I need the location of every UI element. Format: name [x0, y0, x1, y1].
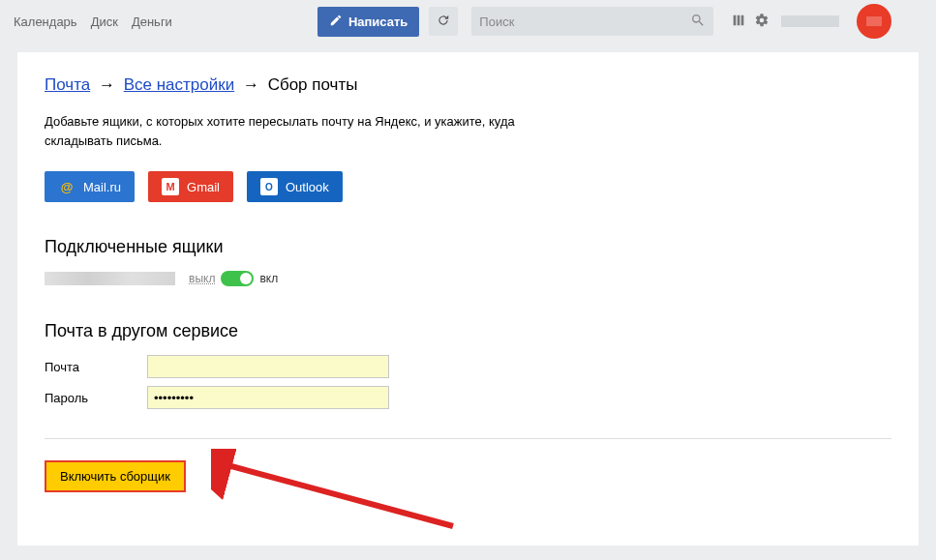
username-placeholder: [781, 15, 839, 27]
main-panel: Почта → Все настройки → Сбор почты Добав…: [17, 52, 919, 545]
outlook-icon: O: [260, 178, 278, 195]
compose-icon: [329, 14, 343, 30]
compose-label: Написать: [348, 15, 408, 29]
top-links: Календарь Диск Деньги: [14, 15, 172, 29]
avatar-icon: [866, 16, 882, 26]
toggle-group: выкл вкл: [189, 271, 278, 286]
email-field[interactable]: [147, 355, 389, 378]
enable-collector-button[interactable]: Включить сборщик: [45, 460, 186, 492]
toggle-off-label[interactable]: выкл: [189, 272, 215, 285]
toggle-on-label[interactable]: вкл: [259, 272, 278, 285]
nav-disk[interactable]: Диск: [91, 15, 118, 29]
at-icon: @: [58, 178, 75, 195]
provider-gmail-label: Gmail: [187, 180, 220, 194]
compose-button[interactable]: Написать: [317, 7, 419, 37]
themes-icon[interactable]: [731, 13, 746, 31]
nav-calendar[interactable]: Календарь: [14, 15, 77, 29]
provider-mailru-label: Mail.ru: [83, 180, 121, 194]
password-label: Пароль: [45, 391, 147, 405]
breadcrumb-mail[interactable]: Почта: [45, 75, 90, 94]
provider-outlook-label: Outlook: [286, 180, 329, 194]
arrow-icon: →: [243, 75, 259, 94]
email-label: Почта: [45, 360, 147, 374]
search-box[interactable]: [471, 7, 713, 36]
search-input[interactable]: [479, 15, 690, 29]
password-field[interactable]: [147, 386, 389, 409]
refresh-icon: [437, 14, 450, 30]
top-icons: [731, 4, 891, 39]
svg-line-0: [221, 463, 453, 526]
refresh-button[interactable]: [429, 7, 458, 36]
other-service-heading: Почта в другом сервисе: [45, 321, 891, 341]
provider-outlook-button[interactable]: O Outlook: [247, 171, 343, 202]
provider-gmail-button[interactable]: M Gmail: [148, 171, 233, 202]
nav-money[interactable]: Деньги: [132, 15, 172, 29]
email-row: Почта: [45, 355, 891, 378]
toggle-switch[interactable]: [221, 271, 254, 286]
connected-mailbox-row: выкл вкл: [45, 271, 891, 286]
description-text: Добавьте ящики, с которых хотите пересыл…: [45, 112, 548, 150]
connected-email-redacted: [45, 272, 175, 285]
topbar: Календарь Диск Деньги Написать: [0, 0, 936, 43]
divider: [45, 438, 891, 439]
arrow-icon: →: [99, 75, 115, 94]
avatar[interactable]: [857, 4, 891, 39]
breadcrumb-all-settings[interactable]: Все настройки: [124, 75, 234, 94]
annotation-arrow-icon: [211, 449, 463, 536]
password-row: Пароль: [45, 386, 891, 409]
gear-icon[interactable]: [754, 13, 770, 31]
search-icon: [690, 13, 706, 31]
provider-mailru-button[interactable]: @ Mail.ru: [45, 171, 135, 202]
connected-heading: Подключенные ящики: [45, 237, 891, 257]
breadcrumb-current: Сбор почты: [268, 75, 358, 94]
provider-buttons: @ Mail.ru M Gmail O Outlook: [45, 171, 891, 202]
breadcrumb: Почта → Все настройки → Сбор почты: [45, 75, 891, 95]
gmail-icon: M: [162, 178, 179, 195]
